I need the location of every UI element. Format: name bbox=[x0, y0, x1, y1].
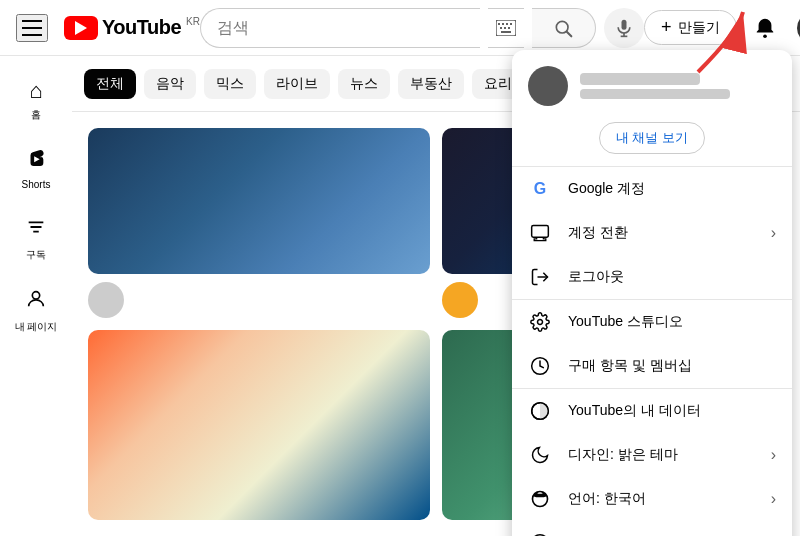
svg-rect-11 bbox=[621, 19, 626, 29]
dropdown-item-purchases-label: 구매 항목 및 멤버십 bbox=[568, 357, 776, 375]
profile-button[interactable] bbox=[793, 8, 801, 48]
dropdown-item-language[interactable]: 언어: 한국어 › bbox=[512, 477, 792, 521]
mic-button[interactable] bbox=[604, 8, 644, 48]
keyboard-icon bbox=[496, 20, 516, 36]
create-label: 만들기 bbox=[678, 19, 720, 37]
sidebar-item-subscriptions[interactable]: 구독 bbox=[2, 204, 70, 272]
search-input[interactable] bbox=[200, 8, 480, 48]
svg-rect-3 bbox=[506, 23, 508, 25]
dropdown-item-theme-label: 디자인: 밝은 테마 bbox=[568, 446, 755, 464]
dropdown-user-info bbox=[580, 73, 776, 99]
logo-kr: KR bbox=[186, 16, 200, 27]
chevron-switch-icon: › bbox=[771, 224, 776, 242]
dropdown-item-mydata[interactable]: YouTube의 내 데이터 bbox=[512, 389, 792, 433]
dropdown-item-restricted[interactable]: 제한 모드: 사용 안함 › bbox=[512, 521, 792, 536]
header-right: + 만들기 bbox=[644, 8, 800, 48]
chip-news[interactable]: 뉴스 bbox=[338, 69, 390, 99]
header-center bbox=[200, 8, 644, 48]
sidebar-item-subscriptions-label: 구독 bbox=[26, 248, 46, 262]
dropdown-item-purchases[interactable]: 구매 항목 및 멤버십 bbox=[512, 344, 792, 388]
dropdown-item-studio[interactable]: YouTube 스튜디오 bbox=[512, 300, 792, 344]
notifications-button[interactable] bbox=[745, 8, 785, 48]
search-button[interactable] bbox=[532, 8, 596, 48]
video-card-3[interactable] bbox=[88, 330, 430, 520]
sidebar-item-home-label: 홈 bbox=[31, 108, 41, 122]
logo-text: YouTube bbox=[102, 16, 181, 39]
header-left: YouTube KR bbox=[16, 14, 200, 42]
home-icon: ⌂ bbox=[29, 80, 42, 102]
search-icon bbox=[553, 18, 573, 38]
dropdown-avatar bbox=[528, 66, 568, 106]
shorts-icon bbox=[25, 148, 47, 173]
mydata-icon bbox=[528, 399, 552, 423]
dropdown-item-switch-label: 계정 전환 bbox=[568, 224, 755, 242]
svg-point-18 bbox=[538, 320, 543, 325]
video-thumbnail-1 bbox=[88, 128, 430, 274]
dropdown-header bbox=[512, 50, 792, 114]
language-icon bbox=[528, 487, 552, 511]
dropdown-user-name bbox=[580, 73, 700, 85]
svg-rect-8 bbox=[501, 31, 511, 33]
video-card-1[interactable] bbox=[88, 128, 430, 318]
video-info-1 bbox=[88, 282, 430, 318]
dropdown-item-studio-label: YouTube 스튜디오 bbox=[568, 313, 776, 331]
channel-avatar-2 bbox=[442, 282, 478, 318]
theme-icon bbox=[528, 443, 552, 467]
restricted-icon bbox=[528, 531, 552, 536]
avatar bbox=[797, 12, 801, 44]
chip-realestate[interactable]: 부동산 bbox=[398, 69, 464, 99]
studio-icon bbox=[528, 310, 552, 334]
dropdown-item-logout-label: 로그아웃 bbox=[568, 268, 776, 286]
mic-icon bbox=[614, 18, 634, 38]
logout-icon bbox=[528, 265, 552, 289]
dropdown-item-mydata-label: YouTube의 내 데이터 bbox=[568, 402, 776, 420]
svg-point-15 bbox=[32, 292, 39, 299]
menu-button[interactable] bbox=[16, 14, 48, 42]
subscriptions-icon bbox=[25, 216, 47, 242]
svg-rect-6 bbox=[504, 27, 506, 29]
chip-live[interactable]: 라이브 bbox=[264, 69, 330, 99]
header: YouTube KR bbox=[0, 0, 800, 56]
sidebar-item-home[interactable]: ⌂ 홈 bbox=[2, 68, 70, 132]
svg-rect-16 bbox=[532, 226, 549, 238]
svg-rect-2 bbox=[502, 23, 504, 25]
dropdown-item-google-label: Google 계정 bbox=[568, 180, 776, 198]
sidebar-item-mypage[interactable]: 내 페이지 bbox=[2, 276, 70, 344]
chip-music[interactable]: 음악 bbox=[144, 69, 196, 99]
svg-rect-4 bbox=[510, 23, 512, 25]
dropdown-item-switch-account[interactable]: 계정 전환 › bbox=[512, 211, 792, 255]
svg-rect-5 bbox=[500, 27, 502, 29]
sidebar-item-shorts-label: Shorts bbox=[22, 179, 51, 190]
view-channel-section: 내 채널 보기 bbox=[512, 114, 792, 166]
google-icon: G bbox=[528, 177, 552, 201]
sidebar-item-mypage-label: 내 페이지 bbox=[15, 320, 58, 334]
svg-rect-7 bbox=[508, 27, 510, 29]
svg-line-10 bbox=[567, 31, 572, 36]
youtube-logo-icon bbox=[64, 16, 98, 40]
logo[interactable]: YouTube KR bbox=[64, 16, 200, 40]
dropdown-item-theme[interactable]: 디자인: 밝은 테마 › bbox=[512, 433, 792, 477]
channel-avatar-1 bbox=[88, 282, 124, 318]
sidebar-item-shorts[interactable]: Shorts bbox=[2, 136, 70, 200]
chevron-language-icon: › bbox=[771, 490, 776, 508]
view-channel-button[interactable]: 내 채널 보기 bbox=[599, 122, 705, 154]
purchases-icon bbox=[528, 354, 552, 378]
chip-mix[interactable]: 믹스 bbox=[204, 69, 256, 99]
dropdown-menu: 내 채널 보기 G Google 계정 계정 전환 › 로그아웃 YouTube… bbox=[512, 50, 792, 536]
switch-account-icon bbox=[528, 221, 552, 245]
dropdown-item-logout[interactable]: 로그아웃 bbox=[512, 255, 792, 299]
svg-point-14 bbox=[763, 34, 767, 38]
bell-icon bbox=[754, 17, 776, 39]
create-icon: + bbox=[661, 17, 672, 38]
sidebar: ⌂ 홈 Shorts 구독 내 페이지 bbox=[0, 56, 72, 536]
chevron-theme-icon: › bbox=[771, 446, 776, 464]
create-button[interactable]: + 만들기 bbox=[644, 10, 737, 45]
dropdown-item-language-label: 언어: 한국어 bbox=[568, 490, 755, 508]
dropdown-user-email bbox=[580, 89, 730, 99]
mypage-icon bbox=[25, 288, 47, 314]
dropdown-item-google-account[interactable]: G Google 계정 bbox=[512, 167, 792, 211]
video-thumbnail-3 bbox=[88, 330, 430, 520]
keyboard-button[interactable] bbox=[488, 8, 524, 48]
svg-rect-1 bbox=[498, 23, 500, 25]
chip-all[interactable]: 전체 bbox=[84, 69, 136, 99]
